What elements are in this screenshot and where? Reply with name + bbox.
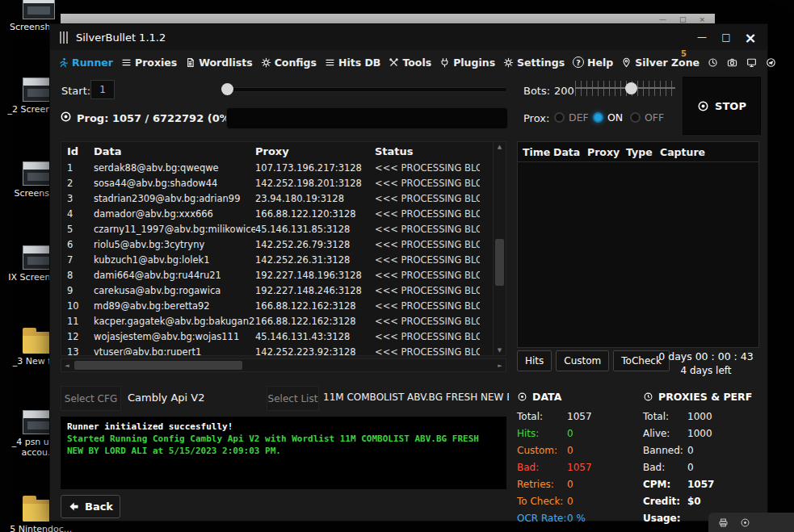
- nav-help[interactable]: ? Help: [573, 57, 613, 69]
- maximize-button[interactable]: □: [714, 24, 738, 50]
- radio-dot-icon: [630, 112, 641, 123]
- bg-maximize-button[interactable]: □: [679, 14, 687, 25]
- scroll-down-arrow-icon[interactable]: ▼: [494, 346, 506, 355]
- record-circle-icon[interactable]: [740, 517, 750, 528]
- col-header-id: Id: [61, 145, 94, 157]
- table-row[interactable]: 10md89@abv.bg:beretta92166.88.122.162:31…: [61, 298, 506, 313]
- table-row[interactable]: 11kacper.gagatek@abv.bg:bakugan23166.88.…: [61, 313, 506, 329]
- cell-id: 12: [61, 331, 94, 342]
- data-stats-title: DATA: [532, 391, 561, 403]
- nav-proxies[interactable]: Proxies: [121, 57, 177, 69]
- help-icon: ?: [573, 57, 584, 68]
- vertical-scroll-thumb[interactable]: [495, 239, 504, 286]
- stat-value: 0: [567, 445, 573, 456]
- table-row[interactable]: 13vtuser@abv.bg:rupert1142.252.223.92:31…: [61, 344, 506, 356]
- cell-status: <<< PROCESSING BLOCK: [375, 300, 480, 312]
- start-slider-track[interactable]: [226, 87, 507, 92]
- table-row[interactable]: 6riolu5@abv.bg:3cytryny142.252.26.79:312…: [61, 237, 506, 252]
- table-row[interactable]: 4damador@abv.bg:xxx666166.88.122.120:312…: [61, 206, 506, 221]
- back-button[interactable]: Back: [61, 495, 120, 518]
- cell-proxy: 192.227.148.246:3128: [255, 285, 375, 296]
- vertical-scrollbar[interactable]: ▲ ▼: [493, 142, 506, 355]
- select-list-button[interactable]: Select List: [267, 386, 319, 411]
- history-icon[interactable]: [708, 57, 718, 68]
- table-row[interactable]: 7kubzuch1@abv.bg:lolek1142.252.26.31:312…: [61, 252, 506, 267]
- table-row[interactable]: 3stadrian2309@abv.bg:adrian9923.94.180.1…: [61, 191, 506, 206]
- prox-option-off[interactable]: OFF: [630, 111, 664, 124]
- cell-proxy: 166.88.122.162:3128: [255, 316, 375, 327]
- hits-tab-button[interactable]: Hits: [517, 350, 552, 371]
- custom-tab-button[interactable]: Custom: [556, 350, 609, 371]
- results-panel-header: Time Data Proxy Type Capture: [518, 142, 758, 162]
- stat-row-banned: Banned:0: [643, 442, 766, 459]
- bg-minimize-button[interactable]: —: [659, 14, 666, 25]
- cell-data: czarny11_1997@abv.bg:milikowice1: [94, 224, 255, 235]
- cell-status: <<< PROCESSING BLOCK: [375, 162, 480, 174]
- cell-id: 13: [61, 346, 94, 357]
- nav-runner[interactable]: Runner: [58, 57, 113, 69]
- screen-capture-icon[interactable]: [746, 57, 757, 68]
- stop-label: STOP: [715, 100, 746, 112]
- back-label: Back: [85, 501, 113, 513]
- cell-data: kubzuch1@abv.bg:lolek1: [94, 254, 255, 266]
- start-input[interactable]: 1: [90, 80, 115, 99]
- table-row[interactable]: 5czarny11_1997@abv.bg:milikowice145.146.…: [61, 221, 506, 237]
- cell-id: 4: [61, 208, 94, 220]
- cell-id: 10: [61, 300, 94, 312]
- nav-hits-db[interactable]: Hits DB: [325, 57, 380, 69]
- table-row[interactable]: 8dami664@abv.bg:ru44ru21192.227.148.196:…: [61, 267, 506, 283]
- stat-row-cpm: CPM:1057: [643, 475, 766, 492]
- bots-slider-handle[interactable]: [625, 82, 637, 94]
- cell-id: 5: [61, 224, 94, 235]
- scroll-left-arrow-icon[interactable]: ◄: [61, 359, 73, 371]
- table-row[interactable]: 12wojasjestem@abv.bg:wojas11145.146.131.…: [61, 329, 506, 344]
- camera-icon[interactable]: [727, 57, 737, 68]
- proxies-stats-header: PROXIES & PERF: [643, 387, 766, 405]
- nav-tools[interactable]: Tools: [389, 57, 431, 69]
- stat-label: Total:: [643, 411, 687, 422]
- close-button[interactable]: ×: [738, 24, 762, 50]
- titlebar[interactable]: SilverBullet 1.1.2 — □ ×: [50, 24, 767, 50]
- telegram-icon[interactable]: [766, 57, 776, 68]
- stat-row-proxy-total: Total:1000: [643, 408, 766, 425]
- table-row[interactable]: 1serdak88@abv.bg:qweqwe107.173.196.217:3…: [61, 160, 506, 175]
- nav-wordlists[interactable]: Wordlists: [185, 57, 252, 69]
- horizontal-scrollbar[interactable]: ◄ ►: [61, 358, 506, 372]
- bg-close-button[interactable]: ×: [699, 14, 705, 25]
- cell-proxy: 45.146.131.43:3128: [255, 331, 375, 342]
- cell-data: serdak88@abv.bg:qweqwe: [94, 162, 255, 174]
- table-row[interactable]: 9carekusa@abv.bg:rogawica192.227.148.246…: [61, 283, 506, 298]
- prox-option-def[interactable]: DEF: [554, 111, 589, 124]
- nav-silver-zone[interactable]: 5 Silver Zone: [621, 57, 699, 69]
- prox-option-on[interactable]: ON: [593, 111, 623, 124]
- cell-proxy: 107.173.196.217:3128: [255, 162, 375, 174]
- stat-row-ocr-rate: OCR Rate:0 %: [517, 509, 640, 526]
- nav-settings[interactable]: Settings: [503, 57, 565, 69]
- prox-label: Prox:: [523, 112, 549, 124]
- printer-icon[interactable]: [718, 517, 729, 528]
- scroll-right-arrow-icon[interactable]: ►: [494, 359, 506, 371]
- cell-proxy: 142.252.223.92:3128: [255, 346, 375, 357]
- silver-zone-badge: 5: [681, 49, 687, 58]
- minimize-button[interactable]: —: [690, 24, 714, 50]
- nav-plugins[interactable]: Plugins: [439, 57, 495, 69]
- scroll-up-arrow-icon[interactable]: ▲: [494, 142, 506, 152]
- days-left: 4 days left: [651, 365, 761, 376]
- back-arrow-icon: [68, 501, 80, 513]
- cell-data: dami664@abv.bg:ru44ru21: [94, 270, 255, 281]
- stop-button[interactable]: STOP: [683, 77, 761, 135]
- nav-configs[interactable]: Configs: [261, 57, 317, 69]
- log-console[interactable]: Runner initialized succesfully! Started …: [61, 417, 506, 489]
- silverbullet-logo-icon: [60, 31, 68, 44]
- cell-status: <<< PROCESSING BLOCK: [375, 285, 480, 296]
- stat-value: 1057: [687, 479, 714, 490]
- background-window-titlebar[interactable]: — □ ×: [61, 14, 715, 25]
- cell-proxy: 23.94.180.19:3128: [255, 193, 375, 204]
- select-cfg-button[interactable]: Select CFG: [61, 386, 121, 411]
- horizontal-scroll-thumb[interactable]: [74, 361, 242, 370]
- start-slider-handle[interactable]: [221, 83, 233, 95]
- stat-label: OCR Rate:: [517, 513, 567, 524]
- table-row[interactable]: 2sosa44@abv.bg:shadow44142.252.198.201:3…: [61, 175, 506, 191]
- data-stats-header: DATA: [517, 387, 640, 405]
- cell-data: vtuser@abv.bg:rupert1: [94, 346, 255, 357]
